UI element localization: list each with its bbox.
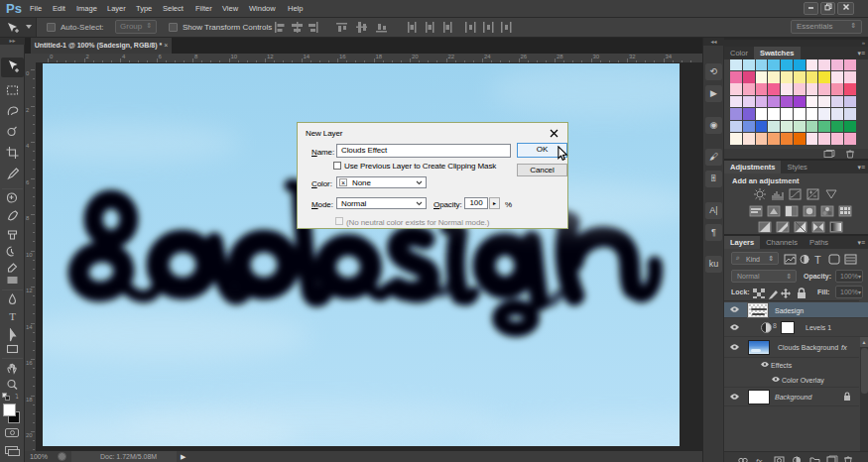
svg-text:fx.: fx. [756,457,764,462]
svg-text:T: T [814,254,821,266]
